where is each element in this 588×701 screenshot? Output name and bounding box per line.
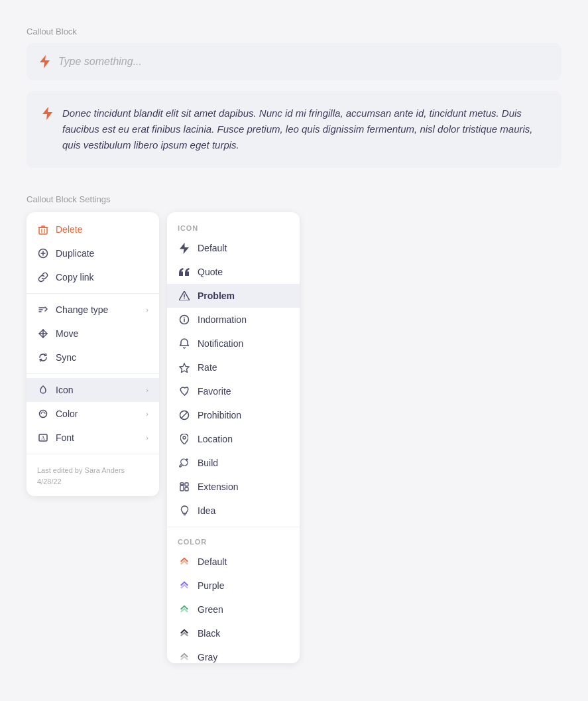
color-item-gray[interactable]: Gray (167, 645, 300, 663)
svg-rect-16 (180, 485, 184, 491)
icon-item-notification[interactable]: Notification (167, 332, 300, 355)
color-purple-label: Purple (198, 580, 224, 591)
callout-empty[interactable]: Type something... (27, 43, 561, 80)
change-type-label: Change type (56, 304, 108, 315)
color-green-label: Green (198, 604, 223, 615)
svg-text:A: A (41, 435, 45, 441)
icon-item-prohibition[interactable]: Prohibition (167, 403, 300, 427)
quote-icon (178, 265, 191, 279)
footer-line2: 4/28/22 (37, 476, 148, 487)
menu-item-font[interactable]: A Font › (27, 426, 159, 450)
menu-divider-3 (27, 454, 159, 454)
color-icon (37, 408, 49, 420)
menu-item-copy-link[interactable]: Copy link (27, 265, 159, 289)
icon-section-label: ICON (167, 218, 300, 236)
footer-line1: Last edited by Sara Anders (37, 465, 148, 476)
menu-item-sync[interactable]: Sync (27, 346, 159, 369)
icon-item-problem[interactable]: Problem (167, 284, 300, 308)
copy-link-label: Copy link (56, 272, 94, 283)
icon-problem-label: Problem (198, 290, 235, 301)
svg-point-10 (184, 298, 185, 299)
icon-idea-label: Idea (198, 505, 215, 516)
duplicate-label: Duplicate (56, 248, 94, 259)
menu-item-change-type[interactable]: Change type › (27, 298, 159, 322)
sync-icon (37, 351, 49, 363)
default-bolt-icon (178, 241, 191, 255)
svg-rect-17 (185, 483, 188, 486)
bolt-icon-filled (42, 107, 53, 120)
icon-menu-icon (37, 384, 49, 396)
icon-favorite-label: Favorite (198, 386, 231, 397)
font-chevron: › (146, 434, 148, 442)
right-menu: ICON Default Quote (167, 212, 300, 663)
problem-icon (178, 289, 191, 302)
icon-item-build[interactable]: Build (167, 451, 300, 475)
icon-item-rate[interactable]: Rate (167, 355, 300, 379)
svg-point-15 (183, 436, 186, 439)
empty-placeholder[interactable]: Type something... (58, 56, 142, 68)
icon-rate-label: Rate (198, 362, 217, 373)
menu-item-duplicate[interactable]: Duplicate (27, 241, 159, 265)
build-icon (178, 456, 191, 470)
icon-extension-label: Extension (198, 481, 238, 492)
icon-chevron: › (146, 386, 148, 394)
callout-filled: Donec tincidunt blandit elit sit amet da… (27, 91, 561, 168)
menu-item-delete[interactable]: Delete (27, 218, 159, 241)
icon-quote-label: Quote (198, 267, 223, 277)
font-icon: A (37, 432, 49, 444)
icon-item-extension[interactable]: Extension (167, 475, 300, 499)
settings-label: Callout Block Settings (27, 194, 561, 204)
color-chevron: › (146, 410, 148, 418)
icon-notification-label: Notification (198, 338, 243, 349)
color-green-swatch (178, 603, 191, 616)
favorite-icon (178, 385, 191, 398)
callout-block-label: Callout Block (27, 27, 561, 36)
information-icon (178, 313, 191, 326)
font-label: Font (56, 432, 74, 443)
menu-item-move[interactable]: Move (27, 322, 159, 346)
svg-rect-0 (39, 227, 47, 234)
svg-line-14 (181, 412, 188, 418)
color-section-label: COLOR (167, 531, 300, 550)
color-item-green[interactable]: Green (167, 598, 300, 621)
svg-rect-19 (180, 483, 184, 485)
notification-icon (178, 337, 191, 350)
duplicate-icon (37, 247, 49, 259)
svg-rect-18 (185, 487, 188, 491)
location-icon (178, 432, 191, 446)
icon-build-label: Build (198, 458, 218, 468)
icon-item-quote[interactable]: Quote (167, 260, 300, 284)
color-black-label: Black (198, 628, 220, 639)
move-label: Move (56, 328, 78, 339)
move-icon (37, 328, 49, 340)
link-icon (37, 271, 49, 283)
color-default-label: Default (198, 556, 227, 567)
color-gray-swatch (178, 651, 191, 663)
trash-icon (37, 223, 49, 235)
menu-item-icon[interactable]: Icon › (27, 378, 159, 402)
icon-item-indormation[interactable]: Indormation (167, 308, 300, 332)
extension-icon (178, 480, 191, 493)
icon-location-label: Location (198, 434, 233, 444)
delete-label: Delete (56, 224, 82, 235)
color-item-purple[interactable]: Purple (167, 574, 300, 598)
color-item-black[interactable]: Black (167, 621, 300, 645)
prohibition-icon (178, 409, 191, 422)
settings-container: Delete Duplicate Copy link (27, 212, 561, 663)
color-default-swatch (178, 555, 191, 568)
color-label: Color (56, 409, 78, 419)
color-purple-swatch (178, 579, 191, 592)
icon-item-idea[interactable]: Idea (167, 499, 300, 523)
icon-default-label: Default (198, 243, 227, 253)
menu-item-color[interactable]: Color › (27, 402, 159, 426)
left-menu: Delete Duplicate Copy link (27, 212, 159, 496)
icon-prohibition-label: Prohibition (198, 410, 241, 420)
icon-item-default[interactable]: Default (167, 236, 300, 260)
menu-divider-1 (27, 293, 159, 294)
icon-item-favorite[interactable]: Favorite (167, 379, 300, 403)
callout-body-text: Donec tincidunt blandit elit sit amet da… (62, 105, 546, 153)
icon-item-location[interactable]: Location (167, 427, 300, 451)
color-black-swatch (178, 627, 191, 640)
color-item-default[interactable]: Default (167, 550, 300, 574)
menu-divider-2 (27, 373, 159, 374)
